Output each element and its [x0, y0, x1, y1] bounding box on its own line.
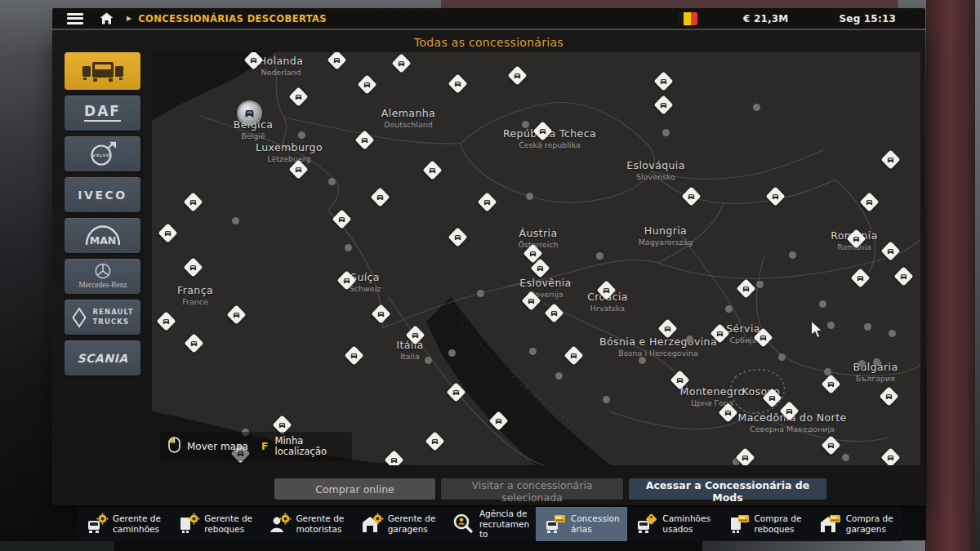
- dealer-marker[interactable]: [226, 304, 246, 324]
- dealer-marker[interactable]: [718, 402, 737, 422]
- dealer-marker[interactable]: [507, 65, 527, 85]
- tab-gerente-de-motoristas[interactable]: Gerente de motoristas: [261, 507, 352, 541]
- dealer-marker[interactable]: [879, 386, 898, 406]
- dealer-marker[interactable]: [880, 149, 900, 169]
- dealer-marker[interactable]: [354, 130, 374, 149]
- dealer-marker[interactable]: [446, 382, 466, 402]
- dealer-marker[interactable]: [184, 333, 203, 353]
- dealer-marker[interactable]: [710, 323, 729, 343]
- undiscovered-dot: [477, 290, 484, 297]
- dealer-marker[interactable]: [596, 280, 616, 300]
- dealer-marker[interactable]: [532, 121, 552, 140]
- dealer-marker[interactable]: [156, 311, 176, 331]
- dealer-marker[interactable]: [288, 87, 308, 106]
- undiscovered-dot: [522, 121, 529, 128]
- brand-filter-scania[interactable]: SCANIA: [65, 340, 140, 375]
- dealer-truck-icon: [161, 226, 175, 240]
- visit-selected-dealer-button[interactable]: Visitar a concessionária selecionada: [441, 478, 623, 500]
- dealer-marker[interactable]: [653, 95, 673, 114]
- dealer-marker[interactable]: [332, 209, 351, 229]
- dealer-marker[interactable]: [779, 401, 799, 420]
- dealer-marker[interactable]: [821, 435, 840, 455]
- home-button[interactable]: [100, 12, 114, 24]
- tab-concessionarias[interactable]: Concessionárias: [536, 507, 627, 541]
- dealer-marker[interactable]: [893, 266, 913, 286]
- tab-compra-de-reboques[interactable]: Compra de reboques: [719, 507, 811, 541]
- dealer-truck-icon: [358, 133, 372, 147]
- dealer-marker[interactable]: [327, 52, 346, 69]
- dealer-truck-icon: [229, 308, 243, 322]
- dealer-marker[interactable]: [736, 278, 755, 298]
- brand-filter-daf[interactable]: DAF: [65, 96, 140, 131]
- dealer-truck-icon: [862, 195, 876, 209]
- tab-gerente-de-reboques[interactable]: Gerente de reboques: [169, 507, 261, 541]
- brand-filter-renault[interactable]: RENAULTTRUCKS: [65, 300, 140, 335]
- brand-filter-iveco[interactable]: IVECO: [65, 177, 140, 212]
- tab-agencia-de-recrutamento[interactable]: Agência de recrutamento: [444, 507, 536, 541]
- brand-filter-volvo[interactable]: VOLVO: [65, 136, 140, 171]
- dealer-marker[interactable]: [183, 192, 203, 211]
- dealer-marker[interactable]: [765, 186, 785, 206]
- dealer-marker[interactable]: [371, 304, 390, 323]
- dealer-marker[interactable]: [670, 370, 689, 389]
- dealer-truck-icon: [159, 314, 173, 328]
- tab-caminhoes-usados[interactable]: Caminhões usados: [627, 507, 719, 541]
- dealer-marker[interactable]: [653, 71, 673, 91]
- dealer-marker[interactable]: [564, 345, 583, 365]
- dealer-marker[interactable]: [880, 447, 900, 465]
- menu-icon[interactable]: [67, 13, 83, 24]
- dealer-marker[interactable]: [448, 73, 467, 93]
- dealer-marker[interactable]: [681, 186, 701, 206]
- dealer-marker[interactable]: [821, 374, 840, 393]
- dealer-marker[interactable]: [448, 227, 467, 247]
- player-location-marker: [238, 102, 261, 124]
- dealer-marker[interactable]: [477, 192, 497, 211]
- brand-filter-man[interactable]: MAN: [65, 218, 140, 253]
- mouse-icon: [168, 437, 180, 455]
- move-map-hint: Mover mapa: [168, 437, 248, 455]
- dealer-marker[interactable]: [422, 160, 442, 180]
- dealer-marker[interactable]: [735, 447, 755, 465]
- tab-compra-de-garagens[interactable]: Compra de garagens: [811, 507, 902, 541]
- dealer-marker[interactable]: [336, 270, 356, 290]
- tab-label: Caminhões usados: [662, 513, 715, 534]
- dealer-marker[interactable]: [657, 318, 677, 338]
- page-title: Todas as concessionárias: [52, 36, 925, 49]
- dealer-marker[interactable]: [158, 223, 177, 242]
- dealer-marker[interactable]: [544, 303, 564, 322]
- dealer-marker[interactable]: [762, 388, 782, 407]
- dealer-truck-icon: [884, 244, 898, 258]
- dealer-marker[interactable]: [521, 291, 541, 310]
- brand-filter-mercedes[interactable]: Mercedes-Benz: [65, 259, 140, 294]
- tab-gerente-de-caminhoes[interactable]: Gerente de caminhões: [78, 507, 169, 541]
- dealer-marker[interactable]: [846, 229, 866, 248]
- mod-dealer-button[interactable]: Acessar a Concessionária de Mods: [629, 478, 826, 500]
- dealer-marker[interactable]: [880, 241, 900, 260]
- dealer-truck-icon: [884, 451, 898, 464]
- topbar-status: € 21,3M Seg 15:13: [677, 12, 896, 25]
- dealer-marker[interactable]: [405, 325, 425, 344]
- dealer-marker[interactable]: [530, 258, 550, 278]
- used-truck-icon: [634, 512, 658, 536]
- dealer-marker[interactable]: [243, 52, 263, 69]
- dealer-marker[interactable]: [753, 327, 773, 347]
- wall-edge-background: [975, 0, 980, 551]
- dealer-marker[interactable]: [391, 53, 411, 73]
- svg-text:MAN: MAN: [89, 233, 116, 246]
- dealer-marker[interactable]: [288, 159, 308, 179]
- dealer-marker[interactable]: [370, 187, 390, 207]
- tab-gerente-de-garagens[interactable]: Gerente de garagens: [353, 507, 444, 541]
- dealer-marker[interactable]: [859, 192, 879, 211]
- bottom-tabbar: Gerente de caminhõesGerente de reboquesG…: [78, 507, 902, 541]
- dealer-truck-icon: [374, 307, 388, 321]
- tab-label: Compra de garagens: [846, 513, 899, 534]
- dealer-map[interactable]: HolandaNederlandAlemanhaDeutschlandBélgi…: [152, 52, 920, 465]
- dealer-marker[interactable]: [425, 431, 444, 451]
- dealer-marker[interactable]: [488, 411, 508, 430]
- dealer-marker[interactable]: [850, 268, 870, 287]
- dealer-marker[interactable]: [357, 74, 376, 94]
- buy-online-button[interactable]: Comprar online: [274, 478, 435, 500]
- dealer-marker[interactable]: [183, 257, 203, 277]
- brand-filter-all[interactable]: [65, 52, 140, 90]
- dealer-marker[interactable]: [344, 345, 363, 365]
